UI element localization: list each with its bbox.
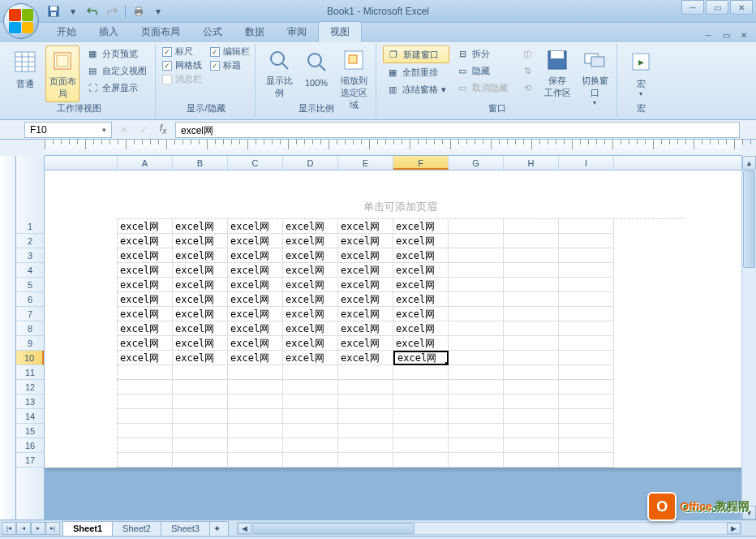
cell[interactable] [559,365,614,380]
col-header-C[interactable]: C [228,156,283,170]
cell[interactable]: excel网 [393,307,449,321]
office-button[interactable] [3,3,39,39]
cell[interactable]: excel网 [338,248,393,263]
cell[interactable] [559,424,614,438]
cell[interactable] [393,409,449,424]
cell[interactable] [393,365,449,380]
cell[interactable] [504,234,559,248]
vertical-scrollbar[interactable]: ▲ ▼ [741,156,756,520]
maximize-button[interactable]: ▭ [706,0,728,15]
sheet-tab-sheet1[interactable]: Sheet1 [62,521,113,536]
minimize-button[interactable]: ─ [681,0,704,15]
row-header-7[interactable]: 7 [16,307,44,321]
cell[interactable] [504,365,559,380]
row-header-8[interactable]: 8 [16,321,44,336]
cell[interactable] [559,292,614,307]
cell[interactable]: excel网 [338,336,393,351]
cell[interactable] [449,336,504,351]
cell[interactable]: excel网 [283,292,338,307]
zoom-selection-button[interactable]: 缩放到 选定区域 [337,45,371,102]
cell[interactable] [449,321,504,336]
cell[interactable]: excel网 [228,292,283,307]
cell[interactable] [559,336,614,351]
vertical-ruler[interactable] [0,156,16,520]
row-header-16[interactable]: 16 [16,438,44,453]
message-bar-checkbox[interactable]: 消息栏 [162,73,202,85]
horizontal-ruler[interactable] [45,140,741,156]
cell[interactable] [504,351,559,365]
cell[interactable] [559,234,614,248]
cell[interactable]: excel网 [283,321,338,336]
grid[interactable]: excel网excel网excel网excel网excel网excel网exce… [45,219,756,468]
cell[interactable] [449,438,504,453]
cell[interactable] [118,395,173,409]
name-box[interactable]: F10▾ [24,122,112,138]
cell[interactable] [504,395,559,409]
cell[interactable] [559,219,614,234]
cell[interactable] [393,395,449,409]
vertical-scroll-thumb[interactable] [743,170,755,268]
prev-sheet-button[interactable]: ◂ [16,522,31,535]
row-header-13[interactable]: 13 [16,395,44,409]
cell[interactable] [504,380,559,395]
cell[interactable] [449,395,504,409]
row-header-15[interactable]: 15 [16,424,44,438]
cell[interactable]: excel网 [173,263,228,278]
cell[interactable] [173,365,228,380]
cell[interactable] [173,409,228,424]
cell[interactable] [283,409,338,424]
cell[interactable]: excel网 [173,351,228,365]
horizontal-scroll-thumb[interactable] [252,523,415,534]
cell[interactable] [504,263,559,278]
scroll-left-button[interactable]: ◀ [238,523,251,534]
cell[interactable] [449,409,504,424]
cell[interactable] [559,278,614,292]
new-window-button[interactable]: ❐新建窗口 [383,45,449,63]
cell[interactable]: excel网 [173,336,228,351]
row-header-12[interactable]: 12 [16,380,44,395]
cell[interactable] [338,424,393,438]
cell[interactable] [118,380,173,395]
cancel-formula-button[interactable]: ✕ [115,122,133,138]
cell[interactable] [228,438,283,453]
arrange-all-button[interactable]: ▦全部重排 [383,64,449,80]
col-header-E[interactable]: E [338,156,393,170]
cell[interactable] [118,453,173,468]
save-icon[interactable] [45,3,62,19]
cell[interactable]: excel网 [118,234,173,248]
cell[interactable] [283,365,338,380]
cell[interactable]: excel网 [338,351,393,365]
cell[interactable] [118,409,173,424]
sheet-tab-sheet3[interactable]: Sheet3 [161,521,210,536]
save-workspace-button[interactable]: 保存 工作区 [540,45,574,102]
cell[interactable]: excel网 [173,278,228,292]
fullscreen-button[interactable]: ⛶全屏显示 [83,80,150,96]
formula-bar-checkbox[interactable]: ✓编辑栏 [210,45,250,58]
cell[interactable]: excel网 [173,219,228,234]
cell[interactable] [559,351,614,365]
next-sheet-button[interactable]: ▸ [31,522,45,535]
cell[interactable] [393,424,449,438]
cell[interactable]: excel网 [393,263,449,278]
cell[interactable]: excel网 [228,248,283,263]
cell[interactable]: excel网 [173,307,228,321]
cell[interactable]: excel网 [228,234,283,248]
normal-view-button[interactable]: 普通 [8,45,42,102]
cell[interactable] [338,395,393,409]
cell[interactable] [559,453,614,468]
fx-button[interactable]: fx [154,122,172,138]
cell[interactable]: excel网 [228,219,283,234]
sheet-tab-sheet2[interactable]: Sheet2 [112,521,161,536]
col-header-G[interactable]: G [449,156,504,170]
gridlines-checkbox[interactable]: ✓网格线 [162,59,202,71]
cell[interactable] [449,365,504,380]
cell[interactable] [449,453,504,468]
cell[interactable]: excel网 [393,219,449,234]
print-icon[interactable] [131,3,147,19]
cell[interactable] [449,380,504,395]
cell[interactable]: excel网 [283,248,338,263]
close-button[interactable]: ✕ [730,0,753,15]
tab-formulas[interactable]: 公式 [191,22,234,42]
cell[interactable]: excel网 [338,234,393,248]
cell[interactable] [559,307,614,321]
